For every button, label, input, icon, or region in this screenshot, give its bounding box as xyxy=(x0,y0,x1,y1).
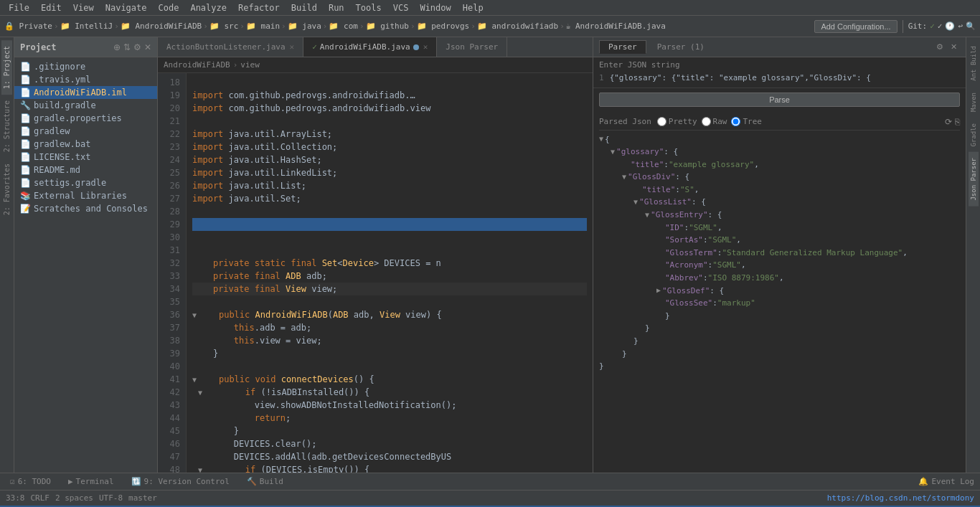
tab-androidwifiadb[interactable]: ✓ AndroidWiFiADB.java ✕ xyxy=(303,37,437,57)
bottom-tab-terminal[interactable]: ▶ Terminal xyxy=(64,475,118,488)
menu-tools[interactable]: Tools xyxy=(350,1,387,14)
tree-item-travis[interactable]: 📄 .travis.yml xyxy=(14,73,157,86)
menu-refactor[interactable]: Refactor xyxy=(232,1,286,14)
json-tree-row-glosssee[interactable]: "GlossSee": "markup" xyxy=(656,297,960,310)
git-checkmark-green[interactable]: ✓ xyxy=(930,22,935,31)
vtab-favorites[interactable]: 2: Favorites xyxy=(1,158,12,221)
vtab-maven[interactable]: Maven xyxy=(969,87,979,118)
json-input-text[interactable]: {"glossary": {"title": "example glossary… xyxy=(610,72,871,85)
project-action-add[interactable]: ⊕ xyxy=(113,42,121,52)
tree-item-gradlew-bat[interactable]: 📄 gradlew.bat xyxy=(14,138,157,151)
json-tree-row-glossary[interactable]: ▼ "glossary": { xyxy=(611,146,960,158)
view-mode-pretty[interactable]: Pretty xyxy=(657,117,697,126)
project-action-scroll[interactable]: ⇅ xyxy=(123,42,131,52)
menu-analyze[interactable]: Analyze xyxy=(184,1,232,14)
tree-item-build-gradle[interactable]: 🔧 build.gradle xyxy=(14,99,157,112)
breadcrumb-class[interactable]: AndroidWiFiADB xyxy=(164,60,230,70)
menu-edit[interactable]: Edit xyxy=(35,1,67,14)
menu-build[interactable]: Build xyxy=(286,1,323,14)
menu-code[interactable]: Code xyxy=(153,1,185,14)
vtab-structure[interactable]: 2: Structure xyxy=(1,95,12,158)
breadcrumb-main[interactable]: 📁 main xyxy=(246,22,280,31)
tab-action-button-listener[interactable]: ActionButtonListener.java ✕ xyxy=(158,37,303,57)
status-line-col[interactable]: 33:8 xyxy=(6,493,25,503)
breadcrumb-intellij[interactable]: 📁 IntelliJ xyxy=(60,22,113,31)
vtab-gradle[interactable]: Gradle xyxy=(969,118,979,153)
json-tree-row-title[interactable]: "title": "example glossary", xyxy=(622,158,960,171)
breadcrumb-github[interactable]: 📁 github xyxy=(366,22,409,31)
breadcrumb-private[interactable]: 🔒 Private xyxy=(4,22,52,31)
tree-item-gradle-props[interactable]: 📄 gradle.properties xyxy=(14,112,157,125)
bottom-tab-build[interactable]: 🔨 Build xyxy=(242,475,288,488)
vtab-ant-build[interactable]: Ant Build xyxy=(969,40,979,87)
breadcrumb-method[interactable]: view xyxy=(240,60,260,70)
tree-item-iml[interactable]: 📄 AndroidWiFiADB.iml xyxy=(14,86,157,99)
expand-icon[interactable]: ▼ xyxy=(611,146,615,158)
copy-button[interactable]: ⎘ xyxy=(955,117,960,127)
json-tree-row-glossentry[interactable]: ▼ "GlossEntry": { xyxy=(645,209,960,222)
project-action-settings[interactable]: ⚙ xyxy=(133,42,141,52)
tree-item-license[interactable]: 📄 LICENSE.txt xyxy=(14,151,157,164)
menu-run[interactable]: Run xyxy=(323,1,350,14)
status-git-branch[interactable]: master xyxy=(128,493,157,503)
git-undo[interactable]: ↩ xyxy=(958,22,963,31)
menu-view[interactable]: View xyxy=(67,1,100,14)
menu-vcs[interactable]: VCS xyxy=(387,1,415,14)
menu-window[interactable]: Window xyxy=(414,1,456,14)
json-panel-close[interactable]: ✕ xyxy=(948,42,960,52)
expand-icon[interactable]: ▼ xyxy=(645,209,649,221)
breadcrumb-java[interactable]: 📁 java xyxy=(288,22,321,31)
parse-button[interactable]: Parse xyxy=(599,93,960,107)
code-content[interactable]: import com.github.pedrovgs.androidwifiad… xyxy=(187,73,593,473)
status-encoding[interactable]: UTF-8 xyxy=(99,493,123,503)
status-spaces[interactable]: 2 spaces xyxy=(55,493,93,503)
json-tree-row-glossdef[interactable]: ▶ "GlossDef": { xyxy=(656,285,960,298)
breadcrumb-com[interactable]: 📁 com xyxy=(329,22,358,31)
tree-item-readme[interactable]: 📄 README.md xyxy=(14,164,157,176)
json-panel-settings[interactable]: ⚙ xyxy=(933,42,946,52)
expand-icon[interactable]: ▶ xyxy=(656,285,661,296)
tab-close-action[interactable]: ✕ xyxy=(290,42,295,52)
tree-item-scratches[interactable]: 📝 Scratches and Consoles xyxy=(14,202,157,215)
project-action-close[interactable]: ✕ xyxy=(144,42,151,52)
view-mode-raw[interactable]: Raw xyxy=(702,117,727,126)
menu-navigate[interactable]: Navigate xyxy=(100,1,153,14)
json-tree-row-glossterm[interactable]: "GlossTerm": "Standard Generalized Marku… xyxy=(656,247,960,260)
expand-icon[interactable]: ▼ xyxy=(622,171,626,183)
status-crlf[interactable]: CRLF xyxy=(31,493,50,503)
json-tree-row-glosslist[interactable]: ▼ "GlossList": { xyxy=(633,196,960,209)
json-tree-row-abbrev[interactable]: "Abbrev": "ISO 8879:1986", xyxy=(656,272,960,285)
json-tree-row-acronym[interactable]: "Acronym": "SGML", xyxy=(656,259,960,272)
breadcrumb-androidwifiadb2[interactable]: 📁 androidwifiadb xyxy=(477,22,558,31)
view-mode-tree[interactable]: Tree xyxy=(731,117,762,126)
menu-file[interactable]: File xyxy=(3,1,35,14)
git-search[interactable]: 🔍 xyxy=(966,22,976,31)
menu-help[interactable]: Help xyxy=(457,1,489,14)
json-tree-row-id[interactable]: "ID": "SGML", xyxy=(656,222,960,234)
json-tab-parser-1[interactable]: Parser (1) xyxy=(648,40,714,54)
event-log-label[interactable]: Event Log xyxy=(931,477,974,486)
tree-item-external-libs[interactable]: 📚 External Libraries xyxy=(14,189,157,202)
expand-all-button[interactable]: ⟳ xyxy=(945,117,952,127)
git-clock[interactable]: 🕐 xyxy=(945,22,955,31)
tab-close-android[interactable]: ✕ xyxy=(423,42,428,52)
tree-item-gradlew[interactable]: 📄 gradlew xyxy=(14,125,157,138)
json-tree-row-root[interactable]: ▼ { xyxy=(599,133,960,146)
json-tree-row-title-s[interactable]: "title": "S", xyxy=(633,184,960,196)
expand-icon[interactable]: ▼ xyxy=(633,196,638,208)
json-tree-row-sortas[interactable]: "SortAs": "SGML", xyxy=(656,234,960,247)
tree-item-settings-gradle[interactable]: 📄 settigs.gradle xyxy=(14,176,157,189)
tab-json-parser[interactable]: Json Parser xyxy=(437,37,507,57)
tree-item-gitignore[interactable]: 📄 .gitignore xyxy=(14,60,157,73)
status-url[interactable]: https://blog.csdn.net/stormdony xyxy=(827,493,974,503)
vtab-project[interactable]: 1: Project xyxy=(1,40,12,95)
breadcrumb-file[interactable]: ☕ AndroidWiFiADB.java xyxy=(566,22,666,31)
git-checkmark-white[interactable]: ✓ xyxy=(938,22,943,31)
expand-icon[interactable]: ▼ xyxy=(599,133,603,145)
breadcrumb-src[interactable]: 📁 src xyxy=(209,22,239,31)
bottom-tab-version-control[interactable]: 🔃 9: Version Control xyxy=(127,475,234,488)
json-tree-row-glossdiv[interactable]: ▼ "GlossDiv": { xyxy=(622,171,960,184)
breadcrumb-pedrovgs[interactable]: 📁 pedrovgs xyxy=(417,22,470,31)
breadcrumb-androidwifiadb[interactable]: 📁 AndroidWiFiADB xyxy=(121,22,202,31)
add-configuration-button[interactable]: Add Configuration... xyxy=(814,20,897,33)
